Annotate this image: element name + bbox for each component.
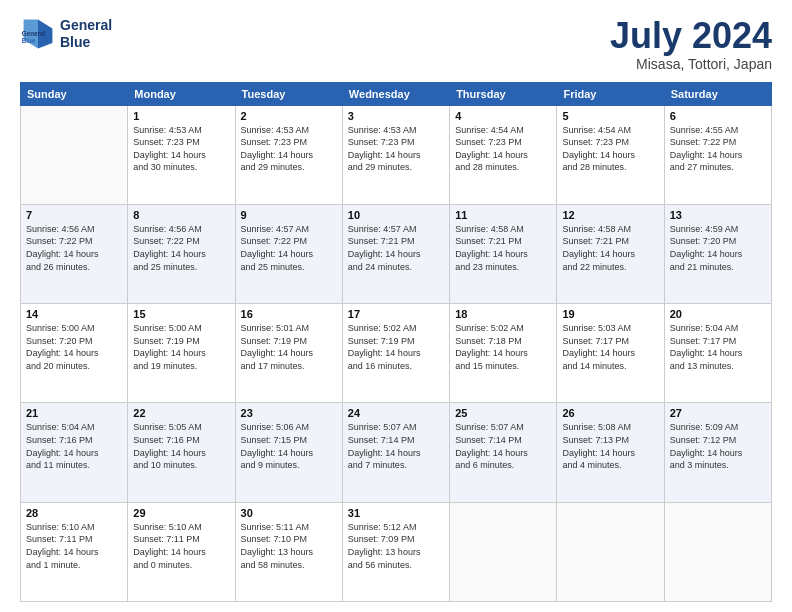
day-info: Sunrise: 5:00 AMSunset: 7:20 PMDaylight:… xyxy=(26,322,122,372)
day-info: Sunrise: 5:00 AMSunset: 7:19 PMDaylight:… xyxy=(133,322,229,372)
day-info: Sunrise: 4:54 AMSunset: 7:23 PMDaylight:… xyxy=(562,124,658,174)
table-row: 23Sunrise: 5:06 AMSunset: 7:15 PMDayligh… xyxy=(235,403,342,502)
col-thursday: Thursday xyxy=(450,82,557,105)
col-sunday: Sunday xyxy=(21,82,128,105)
table-row: 3Sunrise: 4:53 AMSunset: 7:23 PMDaylight… xyxy=(342,105,449,204)
header: General Blue General Blue July 2024 Misa… xyxy=(20,16,772,72)
table-row: 28Sunrise: 5:10 AMSunset: 7:11 PMDayligh… xyxy=(21,502,128,601)
table-row: 26Sunrise: 5:08 AMSunset: 7:13 PMDayligh… xyxy=(557,403,664,502)
day-info: Sunrise: 5:10 AMSunset: 7:11 PMDaylight:… xyxy=(26,521,122,571)
day-number: 8 xyxy=(133,209,229,221)
day-info: Sunrise: 5:07 AMSunset: 7:14 PMDaylight:… xyxy=(348,421,444,471)
table-row: 20Sunrise: 5:04 AMSunset: 7:17 PMDayligh… xyxy=(664,304,771,403)
table-row xyxy=(21,105,128,204)
calendar-week-row: 7Sunrise: 4:56 AMSunset: 7:22 PMDaylight… xyxy=(21,204,772,303)
day-info: Sunrise: 4:54 AMSunset: 7:23 PMDaylight:… xyxy=(455,124,551,174)
day-info: Sunrise: 4:57 AMSunset: 7:21 PMDaylight:… xyxy=(348,223,444,273)
day-info: Sunrise: 4:56 AMSunset: 7:22 PMDaylight:… xyxy=(26,223,122,273)
day-info: Sunrise: 5:04 AMSunset: 7:16 PMDaylight:… xyxy=(26,421,122,471)
table-row: 5Sunrise: 4:54 AMSunset: 7:23 PMDaylight… xyxy=(557,105,664,204)
day-info: Sunrise: 5:02 AMSunset: 7:18 PMDaylight:… xyxy=(455,322,551,372)
day-info: Sunrise: 4:53 AMSunset: 7:23 PMDaylight:… xyxy=(348,124,444,174)
table-row: 13Sunrise: 4:59 AMSunset: 7:20 PMDayligh… xyxy=(664,204,771,303)
calendar-header-row: Sunday Monday Tuesday Wednesday Thursday… xyxy=(21,82,772,105)
day-info: Sunrise: 5:07 AMSunset: 7:14 PMDaylight:… xyxy=(455,421,551,471)
day-number: 13 xyxy=(670,209,766,221)
day-info: Sunrise: 5:12 AMSunset: 7:09 PMDaylight:… xyxy=(348,521,444,571)
day-info: Sunrise: 5:02 AMSunset: 7:19 PMDaylight:… xyxy=(348,322,444,372)
day-number: 27 xyxy=(670,407,766,419)
table-row: 4Sunrise: 4:54 AMSunset: 7:23 PMDaylight… xyxy=(450,105,557,204)
svg-text:Blue: Blue xyxy=(22,37,36,44)
table-row: 24Sunrise: 5:07 AMSunset: 7:14 PMDayligh… xyxy=(342,403,449,502)
table-row: 29Sunrise: 5:10 AMSunset: 7:11 PMDayligh… xyxy=(128,502,235,601)
table-row: 2Sunrise: 4:53 AMSunset: 7:23 PMDaylight… xyxy=(235,105,342,204)
day-number: 3 xyxy=(348,110,444,122)
day-number: 16 xyxy=(241,308,337,320)
table-row: 18Sunrise: 5:02 AMSunset: 7:18 PMDayligh… xyxy=(450,304,557,403)
table-row xyxy=(664,502,771,601)
table-row: 21Sunrise: 5:04 AMSunset: 7:16 PMDayligh… xyxy=(21,403,128,502)
calendar-week-row: 1Sunrise: 4:53 AMSunset: 7:23 PMDaylight… xyxy=(21,105,772,204)
table-row: 11Sunrise: 4:58 AMSunset: 7:21 PMDayligh… xyxy=(450,204,557,303)
table-row: 27Sunrise: 5:09 AMSunset: 7:12 PMDayligh… xyxy=(664,403,771,502)
logo: General Blue General Blue xyxy=(20,16,112,52)
day-number: 5 xyxy=(562,110,658,122)
day-info: Sunrise: 4:53 AMSunset: 7:23 PMDaylight:… xyxy=(241,124,337,174)
month-title: July 2024 xyxy=(610,16,772,56)
title-block: July 2024 Misasa, Tottori, Japan xyxy=(610,16,772,72)
day-number: 12 xyxy=(562,209,658,221)
table-row: 30Sunrise: 5:11 AMSunset: 7:10 PMDayligh… xyxy=(235,502,342,601)
table-row: 12Sunrise: 4:58 AMSunset: 7:21 PMDayligh… xyxy=(557,204,664,303)
day-number: 29 xyxy=(133,507,229,519)
day-info: Sunrise: 4:55 AMSunset: 7:22 PMDaylight:… xyxy=(670,124,766,174)
day-number: 7 xyxy=(26,209,122,221)
table-row: 15Sunrise: 5:00 AMSunset: 7:19 PMDayligh… xyxy=(128,304,235,403)
day-info: Sunrise: 5:09 AMSunset: 7:12 PMDaylight:… xyxy=(670,421,766,471)
day-number: 2 xyxy=(241,110,337,122)
day-number: 6 xyxy=(670,110,766,122)
day-number: 24 xyxy=(348,407,444,419)
logo-text-line1: General xyxy=(60,17,112,34)
day-number: 21 xyxy=(26,407,122,419)
day-info: Sunrise: 5:05 AMSunset: 7:16 PMDaylight:… xyxy=(133,421,229,471)
table-row: 10Sunrise: 4:57 AMSunset: 7:21 PMDayligh… xyxy=(342,204,449,303)
col-wednesday: Wednesday xyxy=(342,82,449,105)
day-number: 4 xyxy=(455,110,551,122)
table-row: 14Sunrise: 5:00 AMSunset: 7:20 PMDayligh… xyxy=(21,304,128,403)
day-info: Sunrise: 4:58 AMSunset: 7:21 PMDaylight:… xyxy=(455,223,551,273)
day-number: 20 xyxy=(670,308,766,320)
day-info: Sunrise: 5:03 AMSunset: 7:17 PMDaylight:… xyxy=(562,322,658,372)
day-info: Sunrise: 4:58 AMSunset: 7:21 PMDaylight:… xyxy=(562,223,658,273)
day-number: 15 xyxy=(133,308,229,320)
day-number: 28 xyxy=(26,507,122,519)
calendar-week-row: 21Sunrise: 5:04 AMSunset: 7:16 PMDayligh… xyxy=(21,403,772,502)
day-info: Sunrise: 4:53 AMSunset: 7:23 PMDaylight:… xyxy=(133,124,229,174)
day-number: 19 xyxy=(562,308,658,320)
day-number: 9 xyxy=(241,209,337,221)
day-info: Sunrise: 5:10 AMSunset: 7:11 PMDaylight:… xyxy=(133,521,229,571)
table-row: 17Sunrise: 5:02 AMSunset: 7:19 PMDayligh… xyxy=(342,304,449,403)
day-number: 14 xyxy=(26,308,122,320)
table-row: 8Sunrise: 4:56 AMSunset: 7:22 PMDaylight… xyxy=(128,204,235,303)
day-info: Sunrise: 4:57 AMSunset: 7:22 PMDaylight:… xyxy=(241,223,337,273)
table-row xyxy=(450,502,557,601)
col-saturday: Saturday xyxy=(664,82,771,105)
day-number: 26 xyxy=(562,407,658,419)
col-tuesday: Tuesday xyxy=(235,82,342,105)
table-row: 31Sunrise: 5:12 AMSunset: 7:09 PMDayligh… xyxy=(342,502,449,601)
location: Misasa, Tottori, Japan xyxy=(610,56,772,72)
day-number: 23 xyxy=(241,407,337,419)
col-monday: Monday xyxy=(128,82,235,105)
table-row xyxy=(557,502,664,601)
table-row: 22Sunrise: 5:05 AMSunset: 7:16 PMDayligh… xyxy=(128,403,235,502)
day-number: 30 xyxy=(241,507,337,519)
day-info: Sunrise: 5:08 AMSunset: 7:13 PMDaylight:… xyxy=(562,421,658,471)
day-info: Sunrise: 4:56 AMSunset: 7:22 PMDaylight:… xyxy=(133,223,229,273)
table-row: 6Sunrise: 4:55 AMSunset: 7:22 PMDaylight… xyxy=(664,105,771,204)
day-number: 18 xyxy=(455,308,551,320)
generalblue-logo-icon: General Blue xyxy=(20,16,56,52)
day-number: 1 xyxy=(133,110,229,122)
day-number: 31 xyxy=(348,507,444,519)
logo-text-line2: Blue xyxy=(60,34,112,51)
